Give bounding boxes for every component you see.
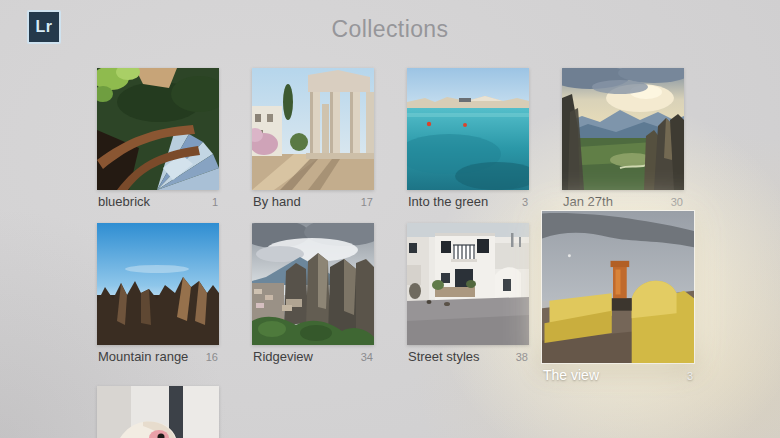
- collection-thumbnail: [97, 223, 219, 345]
- collection-count: 30: [671, 196, 683, 208]
- collection-tile-mountain-range[interactable]: Mountain range 16: [97, 223, 219, 364]
- collection-name: Ridgeview: [253, 349, 313, 364]
- collection-count: 1: [212, 196, 218, 208]
- collection-name: bluebrick: [98, 194, 150, 209]
- collection-name: Jan 27th: [563, 194, 613, 209]
- collection-count: 17: [361, 196, 373, 208]
- collection-tile-jan-27th[interactable]: Jan 27th 30: [562, 68, 684, 209]
- collection-thumbnail: [252, 223, 374, 345]
- collection-name: By hand: [253, 194, 301, 209]
- collection-tile-pelican[interactable]: [97, 386, 219, 438]
- collection-name: Street styles: [408, 349, 480, 364]
- collection-count: 3: [522, 196, 528, 208]
- collection-count: 3: [687, 370, 693, 382]
- collection-count: 34: [361, 351, 373, 363]
- collection-count: 16: [206, 351, 218, 363]
- collection-tile-bluebrick[interactable]: bluebrick 1: [97, 68, 219, 209]
- collection-tile-by-hand[interactable]: By hand 17: [252, 68, 374, 209]
- page-title: Collections: [0, 16, 780, 43]
- collection-name: The view: [543, 367, 599, 383]
- collection-thumbnail: [562, 68, 684, 190]
- collection-thumbnail: [407, 223, 529, 345]
- collection-name: Into the green: [408, 194, 488, 209]
- collection-thumbnail: [542, 211, 694, 363]
- collection-thumbnail: [407, 68, 529, 190]
- collection-tile-into-the-green[interactable]: Into the green 3: [407, 68, 529, 209]
- collection-thumbnail: [252, 68, 374, 190]
- collection-thumbnail: [97, 386, 219, 438]
- collection-tile-the-view-focused[interactable]: The view 3: [542, 211, 694, 383]
- collection-tile-street-styles[interactable]: Street styles 38: [407, 223, 529, 364]
- collection-count: 38: [516, 351, 528, 363]
- collection-thumbnail: [97, 68, 219, 190]
- lightroom-collections-screen: Lr Collections: [0, 0, 780, 438]
- collection-tile-ridgeview[interactable]: Ridgeview 34: [252, 223, 374, 364]
- collection-name: Mountain range: [98, 349, 188, 364]
